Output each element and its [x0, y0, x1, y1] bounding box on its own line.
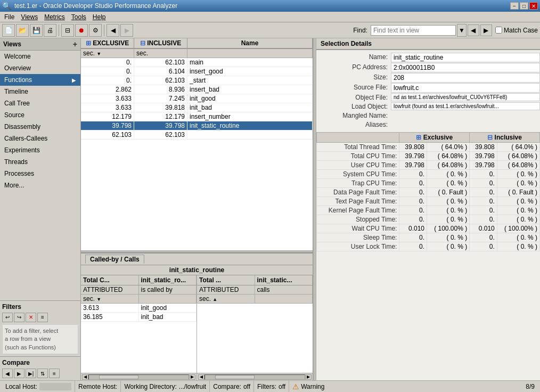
filter-menu-btn[interactable]: ≡	[37, 313, 48, 322]
col-header-name[interactable]: Name	[187, 38, 313, 48]
settings-button[interactable]: ⚙	[89, 24, 102, 37]
right-panel: Selection Details Name: init_static_rout…	[316, 38, 540, 380]
stats-label: Wait CPU Time:	[317, 224, 399, 233]
back-button[interactable]: ◀	[107, 24, 119, 37]
find-label: Find:	[353, 27, 367, 34]
app-icon: 🔍	[2, 2, 11, 10]
filter-button[interactable]: ⊟	[61, 24, 74, 37]
match-case-checkbox[interactable]	[495, 27, 502, 34]
table-body: 0. 62.103 main 0. 6.104 insert_good 0. 6…	[81, 58, 313, 250]
cb-left-scroll-track[interactable]	[88, 374, 189, 380]
called-by-tab[interactable]: Called-by / Calls	[85, 255, 144, 264]
sidebar-add-button[interactable]: +	[73, 40, 77, 48]
sidebar-item-welcome[interactable]: Welcome	[0, 51, 80, 62]
sidebar-item-overview[interactable]: Overview	[0, 62, 80, 74]
cb-left-col2[interactable]: init_static_ro...	[139, 275, 197, 285]
forward-button[interactable]: ▶	[120, 24, 133, 37]
print-button[interactable]: 🖨	[44, 24, 56, 37]
cb-left-col1[interactable]: Total C...	[81, 275, 139, 285]
match-case-option[interactable]: Match Case	[495, 27, 538, 34]
detail-load-value: lowfruit (found as test.1.er/archives/lo…	[391, 102, 540, 110]
new-button[interactable]: 📄	[2, 24, 15, 37]
cb-right-scroll-left[interactable]: ◀	[198, 374, 204, 380]
save-button[interactable]: 💾	[30, 24, 43, 37]
menu-file[interactable]: File	[1, 13, 18, 21]
minimize-button[interactable]: −	[510, 2, 519, 10]
sidebar-item-calltree[interactable]: Call Tree	[0, 97, 80, 109]
table-row[interactable]: 0. 62.103 main	[81, 58, 313, 67]
close-button[interactable]: ✕	[529, 2, 538, 10]
stats-incl-val: 0.	[470, 233, 497, 242]
cb-right-col1[interactable]: Total ...	[197, 275, 255, 285]
compare-list-btn[interactable]: ≡	[49, 369, 60, 378]
detail-load-row: Load Object: lowfruit (found as test.1.e…	[316, 102, 540, 111]
cb-left-scroll-left[interactable]: ◀	[82, 374, 88, 380]
cb-right-scroll-thumb[interactable]	[215, 375, 255, 379]
find-prev-button[interactable]: ◀	[468, 24, 479, 36]
sidebar-item-functions[interactable]: Functions ▶	[0, 74, 80, 86]
stats-excl-pct: ( 0. Fault )	[427, 188, 470, 197]
cb-left-row[interactable]: 3.613 init_good	[81, 304, 197, 313]
table-row[interactable]: 0. 6.104 insert_good	[81, 67, 313, 76]
sidebar-item-experiments[interactable]: Experiments	[0, 144, 80, 156]
filter-delete-btn[interactable]: ✕	[26, 313, 36, 322]
cb-left-hscroll[interactable]: ◀ ▶	[81, 373, 197, 380]
cb-right-scroll-right[interactable]: ▶	[305, 374, 312, 380]
compare-next-btn[interactable]: ▶	[14, 369, 24, 378]
sidebar-item-threads[interactable]: Threads	[0, 156, 80, 168]
stats-excl-val: 0.	[399, 233, 427, 242]
compare-toolbar: ◀ ▶ ▶| ⇅ ≡	[2, 369, 78, 378]
cb-right-scroll-track[interactable]	[204, 374, 305, 380]
cell-exclusive: 62.103	[81, 130, 134, 139]
table-row[interactable]: 0. 62.103 _start	[81, 76, 313, 85]
record-button[interactable]: ⏺	[75, 24, 88, 37]
table-row[interactable]: 12.179 12.179 insert_number	[81, 112, 313, 121]
menu-tools[interactable]: Tools	[68, 13, 89, 21]
open-button[interactable]: 📂	[16, 24, 29, 37]
sidebar-item-callers-callees[interactable]: Callers-Callees	[0, 133, 80, 144]
maximize-button[interactable]: □	[520, 2, 528, 10]
sidebar: Views + Welcome Overview Functions ▶ Tim…	[0, 38, 81, 380]
col-header-inclusive[interactable]: ⊟ INCLUSIVE	[134, 38, 187, 48]
cb-right-hscroll[interactable]: ◀ ▶	[197, 373, 313, 380]
sidebar-item-processes[interactable]: Processes	[0, 168, 80, 179]
compare-last-btn[interactable]: ▶|	[26, 369, 36, 378]
cb-left-scroll-right[interactable]: ▶	[189, 374, 195, 380]
table-row[interactable]: 62.103 62.103	[81, 130, 313, 140]
sidebar-item-source[interactable]: Source	[0, 109, 80, 121]
filter-undo-btn[interactable]: ↩	[2, 313, 13, 322]
cell-inclusive: 39.818	[134, 103, 187, 112]
cell-exclusive: 0.	[81, 76, 134, 85]
find-input[interactable]	[371, 25, 456, 36]
cell-exclusive: 12.179	[81, 112, 134, 121]
toolbar-sep1	[59, 24, 59, 36]
sidebar-item-disassembly[interactable]: Disassembly	[0, 121, 80, 133]
sidebar-label-source: Source	[4, 111, 24, 119]
table-row[interactable]: 3.633 39.818 init_bad	[81, 103, 313, 112]
stats-excl-pct: ( 0. % )	[427, 170, 470, 179]
table-row[interactable]: 2.862 8.936 insert_bad	[81, 85, 313, 94]
menu-views[interactable]: Views	[18, 13, 41, 21]
compare-split-btn[interactable]: ⇅	[37, 369, 48, 378]
compare-header: Compare	[2, 359, 78, 366]
cell-exclusive: 3.633	[81, 94, 134, 103]
cb-left-row[interactable]: 36.185 init_bad	[81, 313, 197, 322]
find-dropdown[interactable]: ▼	[457, 24, 467, 37]
stats-excl-pct: ( 0. % )	[427, 242, 470, 251]
col-header-exclusive[interactable]: ⊞ EXCLUSIVE	[81, 38, 134, 48]
sidebar-item-timeline[interactable]: Timeline	[0, 86, 80, 97]
table-row[interactable]: 39.798 39.798 init_static_routine	[81, 121, 313, 130]
find-next-button[interactable]: ▶	[480, 24, 492, 36]
menu-help[interactable]: Help	[89, 13, 109, 21]
detail-pc-label: PC Address:	[316, 63, 391, 71]
menu-metrics[interactable]: Metrics	[41, 13, 68, 21]
stats-header-inclusive: ⊟ Inclusive	[470, 133, 540, 143]
filter-redo-btn[interactable]: ↪	[14, 313, 24, 322]
sidebar-item-more[interactable]: More...	[0, 179, 80, 191]
status-page-info: 8/9	[522, 383, 538, 390]
table-row[interactable]: 3.633 7.245 init_good	[81, 94, 313, 103]
cb-right-col2[interactable]: init_static...	[255, 275, 313, 285]
cb-left-scroll-thumb[interactable]	[99, 375, 139, 379]
compare-prev-btn[interactable]: ◀	[2, 369, 13, 378]
sidebar-label-threads: Threads	[4, 158, 28, 166]
